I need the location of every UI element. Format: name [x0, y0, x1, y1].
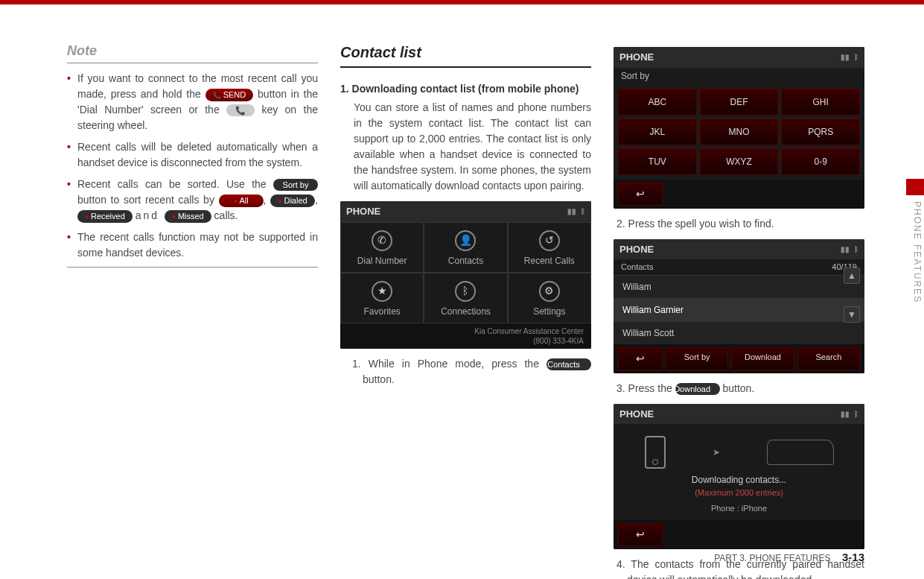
arrow-icon: ➤	[713, 446, 720, 459]
sortby-subtitle: Sort by	[614, 68, 864, 84]
status-icons: ▮▮ᛒ	[841, 408, 858, 420]
bt-icon: ᛒ	[854, 244, 858, 255]
side-tab-marker	[906, 179, 924, 195]
download-button[interactable]: Download	[731, 347, 794, 370]
contacts-button-pill: Contacts	[547, 358, 591, 370]
footer-part: PART 3. PHONE FEATURES	[714, 553, 830, 563]
dial-icon: ✆	[372, 230, 392, 251]
top-red-bar	[0, 0, 924, 4]
back-row: ↩	[614, 520, 864, 549]
page-number: 3-13	[842, 551, 864, 563]
contacts-toolbar: ↩ Sort by Download Search	[614, 344, 864, 373]
dial-number-item[interactable]: ✆Dial Number	[340, 222, 424, 273]
note-item-2: Recent calls will be deleted automatical…	[67, 139, 318, 171]
step1-title: 1. Downloading contact list (from mobile…	[340, 81, 591, 97]
ui-header: PHONE ▮▮ᛒ	[340, 201, 591, 222]
dl-body: ➤	[614, 424, 864, 473]
contact-list-heading: Contact list	[340, 41, 591, 68]
contact-row[interactable]: William Garnier	[614, 298, 864, 321]
back-button[interactable]: ↩	[618, 523, 663, 546]
favorites-item[interactable]: ★Favorites	[340, 273, 424, 323]
note-separator	[67, 267, 318, 268]
signal-icon: ▮▮	[841, 51, 850, 63]
send-icon: 📞	[213, 92, 221, 99]
phone-grid: ✆Dial Number 👤Contacts ↺Recent Calls ★Fa…	[340, 222, 591, 323]
step3: 3. Press the Download button.	[614, 381, 864, 396]
connections-item[interactable]: ᛒConnections	[424, 273, 507, 323]
column-2: Contact list 1. Downloading contact list…	[340, 41, 591, 579]
signal-icon: ▮▮	[567, 206, 576, 217]
search-button[interactable]: Search	[797, 347, 860, 370]
contacts-subheader: Contacts 40/119	[614, 259, 864, 275]
text: Recent calls can be sorted. Use the	[77, 178, 273, 190]
note-list: If you want to connect to the most recen…	[67, 71, 318, 261]
sortby-ghi[interactable]: GHI	[781, 89, 860, 116]
phone-icon	[645, 436, 666, 469]
side-tab: PHONE FEATURES	[906, 179, 924, 313]
text: button to sort recent calls by	[77, 194, 219, 206]
sortby-09[interactable]: 0-9	[781, 148, 860, 175]
sortby-mno[interactable]: MNO	[700, 118, 779, 145]
contact-row[interactable]: William	[614, 275, 864, 298]
text: calls.	[214, 209, 238, 221]
note-item-4: The recent calls function may not be sup…	[67, 230, 318, 261]
recent-calls-item[interactable]: ↺Recent Calls	[508, 222, 591, 273]
phone-main-ui: PHONE ▮▮ᛒ ✆Dial Number 👤Contacts ↺Recent…	[340, 201, 591, 349]
connections-icon: ᛒ	[455, 281, 476, 302]
dialed-pill: Dialed	[270, 194, 315, 207]
sortby-pill: Sort by	[273, 179, 318, 191]
received-pill: Received	[77, 210, 133, 223]
contacts-item[interactable]: 👤Contacts	[424, 222, 507, 273]
substep-1: 1. While in Phone mode, press the Contac…	[340, 356, 591, 387]
ui-title: PHONE	[619, 242, 654, 257]
phone-key-pill: 📞	[226, 104, 255, 116]
car-icon	[767, 440, 834, 465]
sortby-wxyz[interactable]: WXYZ	[700, 148, 779, 175]
content-columns: Note If you want to connect to the most …	[67, 41, 864, 579]
sortby-abc[interactable]: ABC	[618, 89, 697, 116]
ui-title: PHONE	[619, 407, 654, 422]
step1-body: You can store a list of names and phone …	[340, 100, 591, 194]
missed-pill: Missed	[165, 210, 211, 223]
sortby-grid: ABC DEF GHI JKL MNO PQRS TUV WXYZ 0-9	[614, 84, 864, 180]
status-icons: ▮▮ᛒ	[841, 244, 858, 255]
step2: 2. Press the spell you wish to find.	[614, 216, 864, 232]
sortby-jkl[interactable]: JKL	[618, 118, 697, 145]
download-pill: Download	[675, 383, 720, 395]
ui-header: PHONE ▮▮ᛒ	[614, 404, 864, 425]
downloading-ui: PHONE ▮▮ᛒ ➤ Downloading contacts... (Max…	[614, 404, 864, 550]
ui-header: PHONE ▮▮ᛒ	[614, 47, 864, 68]
back-button[interactable]: ↩	[618, 347, 663, 370]
back-button[interactable]: ↩	[618, 183, 663, 206]
text: and	[136, 209, 165, 221]
note-heading: Note	[67, 41, 318, 63]
column-1: Note If you want to connect to the most …	[67, 41, 318, 579]
contacts-icon: 👤	[455, 230, 476, 251]
sortby-ui: PHONE ▮▮ᛒ Sort by ABC DEF GHI JKL MNO PQ…	[614, 47, 864, 209]
note-item-1: If you want to connect to the most recen…	[67, 71, 318, 133]
signal-icon: ▮▮	[841, 408, 850, 420]
side-tab-label: PHONE FEATURES	[906, 195, 924, 303]
favorites-icon: ★	[372, 281, 392, 302]
sortby-pqrs[interactable]: PQRS	[781, 118, 860, 145]
sortby-def[interactable]: DEF	[700, 89, 779, 116]
bt-icon: ᛒ	[581, 206, 585, 217]
settings-item[interactable]: ⚙Settings	[508, 273, 591, 323]
ui-title: PHONE	[346, 204, 380, 219]
sortby-button[interactable]: Sort by	[666, 347, 728, 370]
all-pill: All	[219, 194, 264, 207]
contact-row[interactable]: William Scott	[614, 321, 864, 344]
ui-header: PHONE ▮▮ᛒ	[614, 239, 864, 260]
bt-icon: ᛒ	[854, 408, 858, 420]
settings-icon: ⚙	[539, 281, 560, 302]
sortby-tuv[interactable]: TUV	[618, 148, 697, 175]
status-icons: ▮▮ᛒ	[841, 51, 858, 63]
scroll-up[interactable]: ▲	[844, 268, 860, 284]
page-footer: PART 3. PHONE FEATURES 3-13	[714, 549, 864, 566]
ui-footer: Kia Consumer Assistance Center (800) 333…	[340, 323, 591, 349]
signal-icon: ▮▮	[841, 244, 850, 255]
scroll-down[interactable]: ▼	[844, 306, 860, 323]
note-item-3: Recent calls can be sorted. Use the Sort…	[67, 177, 318, 224]
column-3: PHONE ▮▮ᛒ Sort by ABC DEF GHI JKL MNO PQ…	[614, 41, 864, 579]
status-icons: ▮▮ᛒ	[567, 206, 585, 217]
